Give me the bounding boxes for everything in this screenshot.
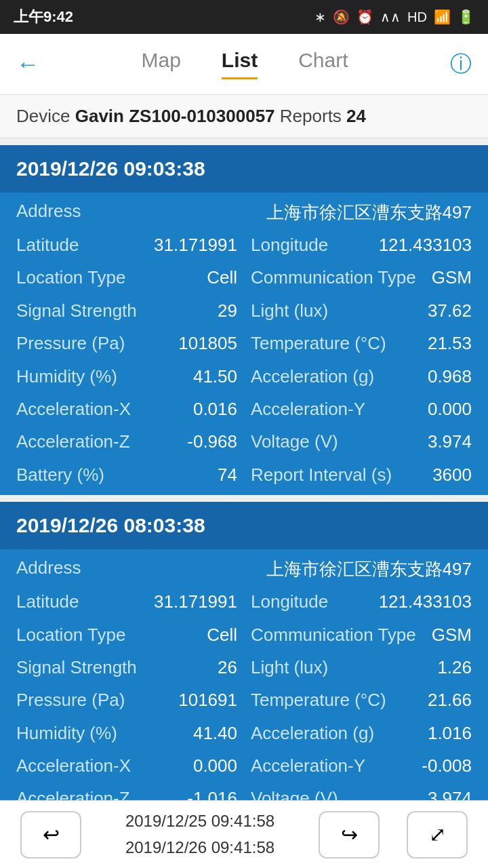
report-card-0: 2019/12/26 09:03:38 Address 上海市徐汇区漕东支路49… [0, 145, 488, 495]
bottom-bar: ↩ 2019/12/25 09:41:58 2019/12/26 09:41:5… [0, 800, 488, 868]
field-val-0-5-l: 0.016 [193, 397, 237, 421]
field-name-0-4-r: Acceleration (g) [251, 364, 374, 389]
field-val-0-7-r: 3600 [432, 462, 472, 487]
field-val-0-5-r: 0.000 [428, 397, 472, 421]
field-val-0-6-l: -0.968 [187, 429, 237, 454]
back-button[interactable]: ← [0, 51, 56, 77]
device-bar: Device Gavin ZS100-010300057 Reports 24 [0, 95, 488, 138]
field-name-0-3-r: Temperature (°C) [251, 331, 386, 355]
field-val-0-7-l: 74 [218, 462, 237, 487]
battery-icon: 🔋 [458, 9, 474, 25]
reports-prefix: Reports [280, 106, 346, 126]
field-name-1-5-r: Acceleration-Y [251, 753, 365, 778]
report-body-0: Address 上海市徐汇区漕东支路497 Latitude31.171991 … [0, 193, 488, 495]
address-value-1: 上海市徐汇区漕东支路497 [266, 557, 472, 581]
field-val-0-1-r: GSM [432, 265, 472, 290]
status-time: 上午9:42 [14, 7, 73, 27]
field-name-0-5-l: Acceleration-X [16, 397, 131, 421]
prev-button[interactable]: ↩ [20, 811, 81, 859]
field-val-0-0-r: 121.433103 [379, 233, 472, 257]
time-end: 2019/12/26 09:41:58 [125, 835, 274, 861]
report-address-row-1: Address 上海市徐汇区漕东支路497 [0, 553, 488, 585]
scroll-area: 2019/12/26 09:03:38 Address 上海市徐汇区漕东支路49… [0, 145, 488, 868]
report-row-0-4: Humidity (%)41.50 Acceleration (g)0.968 [0, 360, 488, 393]
grid-button[interactable]: ⤢ [407, 811, 468, 859]
field-name-1-0-l: Latitude [16, 589, 79, 614]
address-label-0: Address [16, 201, 81, 224]
field-name-0-4-l: Humidity (%) [16, 364, 117, 389]
field-name-1-4-l: Humidity (%) [16, 721, 117, 745]
alarm-icon: ⏰ [357, 9, 373, 25]
report-row-1-5: Acceleration-X0.000 Acceleration-Y-0.008 [0, 749, 488, 782]
report-timestamp-1: 2019/12/26 08:03:38 [0, 502, 488, 549]
info-button[interactable]: ⓘ [434, 50, 488, 79]
field-name-0-2-l: Signal Strength [16, 298, 137, 323]
field-name-1-3-r: Temperature (°C) [251, 688, 386, 712]
report-row-1-1: Location TypeCell Communication TypeGSM [0, 618, 488, 651]
report-row-0-6: Acceleration-Z-0.968 Voltage (V)3.974 [0, 425, 488, 458]
field-name-0-3-l: Pressure (Pa) [16, 331, 125, 355]
field-name-1-3-l: Pressure (Pa) [16, 688, 125, 712]
field-name-0-0-r: Longitude [251, 233, 328, 257]
field-val-0-3-r: 21.53 [428, 331, 472, 355]
field-val-1-2-r: 1.26 [437, 655, 472, 679]
field-val-1-5-l: 0.000 [193, 753, 237, 778]
device-prefix: Device [16, 106, 75, 126]
signal-icon: ∧∧ [380, 9, 401, 25]
field-val-0-1-l: Cell [207, 265, 237, 290]
report-row-0-0: Latitude31.171991 Longitude121.433103 [0, 229, 488, 261]
report-row-1-0: Latitude31.171991 Longitude121.433103 [0, 585, 488, 618]
prev-icon: ↩ [43, 823, 60, 846]
report-row-0-1: Location TypeCell Communication TypeGSM [0, 261, 488, 294]
report-card-1: 2019/12/26 08:03:38 Address 上海市徐汇区漕东支路49… [0, 502, 488, 852]
field-name-1-1-r: Communication Type [251, 623, 416, 647]
field-name-0-1-r: Communication Type [251, 265, 416, 290]
field-val-1-0-r: 121.433103 [379, 589, 472, 614]
time-start: 2019/12/25 09:41:58 [125, 808, 274, 834]
field-val-1-3-l: 101691 [178, 688, 237, 712]
field-val-1-4-r: 1.016 [428, 721, 472, 745]
next-icon: ↪ [341, 823, 358, 846]
report-row-0-2: Signal Strength29 Light (lux)37.62 [0, 294, 488, 327]
field-val-0-3-l: 101805 [178, 331, 237, 355]
field-val-1-1-r: GSM [432, 623, 472, 647]
field-name-1-0-r: Longitude [251, 589, 328, 614]
address-label-1: Address [16, 557, 81, 581]
reports-count: 24 [346, 106, 366, 126]
tab-chart[interactable]: Chart [298, 49, 348, 79]
field-name-0-2-r: Light (lux) [251, 298, 328, 323]
report-address-row-0: Address 上海市徐汇区漕东支路497 [0, 197, 488, 229]
report-row-1-2: Signal Strength26 Light (lux)1.26 [0, 651, 488, 684]
field-name-1-2-l: Signal Strength [16, 655, 137, 679]
tab-list[interactable]: List [222, 49, 258, 79]
field-val-1-2-l: 26 [218, 655, 237, 679]
report-row-0-7: Battery (%)74 Report Interval (s)3600 [0, 458, 488, 491]
field-name-0-6-l: Acceleration-Z [16, 429, 130, 454]
field-val-1-5-r: -0.008 [422, 753, 472, 778]
field-name-0-5-r: Acceleration-Y [251, 397, 365, 421]
field-name-0-7-r: Report Interval (s) [251, 462, 392, 487]
field-val-0-2-r: 37.62 [428, 298, 472, 323]
tab-map[interactable]: Map [141, 49, 180, 79]
status-icons: ∗ 🔕 ⏰ ∧∧ HD 📶 🔋 [314, 9, 474, 25]
field-val-0-6-r: 3.974 [428, 429, 472, 454]
field-name-0-7-l: Battery (%) [16, 462, 104, 487]
field-val-1-3-r: 21.66 [428, 688, 472, 712]
field-val-0-4-l: 41.50 [193, 364, 237, 389]
report-row-0-5: Acceleration-X0.016 Acceleration-Y0.000 [0, 393, 488, 425]
device-name: Gavin ZS100-010300057 [75, 106, 275, 126]
address-value-0: 上海市徐汇区漕东支路497 [266, 201, 472, 224]
field-val-1-4-l: 41.40 [193, 721, 237, 745]
field-name-1-5-l: Acceleration-X [16, 753, 131, 778]
hd-icon: HD [407, 9, 427, 25]
field-val-0-4-r: 0.968 [428, 364, 472, 389]
field-val-0-2-l: 29 [218, 298, 237, 323]
wifi-icon: 📶 [434, 9, 451, 25]
report-timestamp-0: 2019/12/26 09:03:38 [0, 145, 488, 193]
report-row-1-3: Pressure (Pa)101691 Temperature (°C)21.6… [0, 684, 488, 716]
nav-tabs: Map List Chart [56, 49, 434, 79]
bluetooth-icon: ∗ [314, 9, 326, 25]
next-button[interactable]: ↪ [319, 811, 380, 859]
field-name-0-1-l: Location Type [16, 265, 125, 290]
time-range: 2019/12/25 09:41:58 2019/12/26 09:41:58 [95, 808, 305, 861]
